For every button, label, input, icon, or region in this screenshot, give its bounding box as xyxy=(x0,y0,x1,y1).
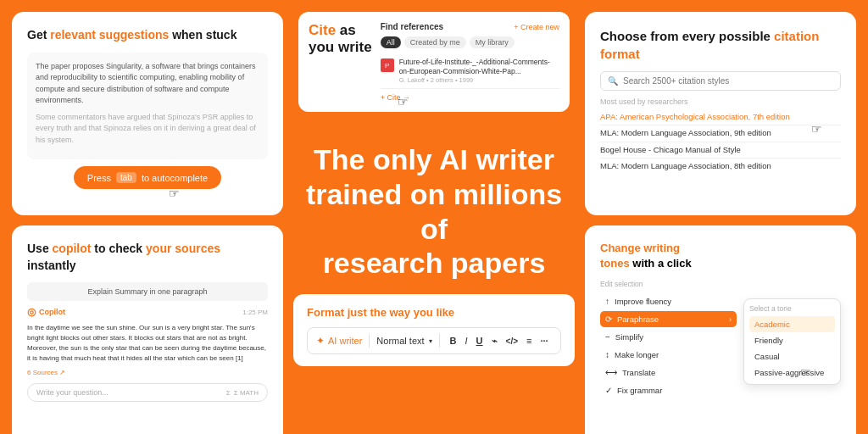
ai-writer-icon: ✦ xyxy=(316,335,325,347)
suggestions-title: Get relevant suggestions when stuck xyxy=(27,27,268,44)
sigma-icon: Σ xyxy=(226,389,231,397)
center-section: Cite as you write Find references + Crea… xyxy=(293,12,575,434)
citation-title: Choose from every possible citation form… xyxy=(600,27,841,63)
copilot-header: ◎ Copilot 1:25 PM xyxy=(27,306,268,318)
simplify-icon: − xyxy=(605,332,610,342)
toolbar-divider-2 xyxy=(439,334,440,348)
copilot-label: ◎ Copilot xyxy=(27,306,65,318)
more-button[interactable]: ··· xyxy=(540,336,548,346)
tone-paraphrase[interactable]: ⟳ Paraphrase › xyxy=(600,311,737,327)
code-button[interactable]: </> xyxy=(506,337,518,346)
italic-button[interactable]: I xyxy=(465,336,468,346)
explain-box: Explain Summary in one paragraph xyxy=(27,282,268,301)
paraphrase-arrow-icon: › xyxy=(729,315,732,324)
normal-text-dropdown[interactable]: Normal text ▾ xyxy=(376,336,431,346)
sources-badge[interactable]: 6 Sources ↗ xyxy=(27,369,268,376)
create-new-button[interactable]: + Create new xyxy=(514,23,559,31)
list-button[interactable]: ≡ xyxy=(526,336,531,346)
edit-selection-label: Edit selection xyxy=(600,280,737,288)
ai-writer-button[interactable]: ✦ AI writer xyxy=(316,335,362,347)
citation-card: Choose from every possible citation form… xyxy=(585,12,856,215)
format-toolbar: ✦ AI writer Normal text ▾ B I U ⌁ </> ≡ … xyxy=(307,327,561,354)
autocomplete-button[interactable]: Press tab to autocomplete xyxy=(74,166,221,189)
paraphrase-icon: ⟳ xyxy=(605,314,612,324)
math-button[interactable]: Σ Σ MATH xyxy=(226,389,259,397)
tab-my-library[interactable]: My library xyxy=(470,36,515,48)
hero-text: The only AI writer trained on millions o… xyxy=(293,142,575,281)
citation-item-1[interactable]: APA: American Psychological Association,… xyxy=(600,109,841,125)
copilot-input-area[interactable]: Write your question... Σ Σ MATH xyxy=(27,383,268,402)
tab-created-by-me[interactable]: Created by me xyxy=(404,36,466,48)
make-longer-icon: ↕ xyxy=(605,350,609,359)
format-icons: B I U ⌁ </> ≡ ··· xyxy=(450,336,548,347)
citation-item-3[interactable]: Bogel House - Chicago Manual of Style xyxy=(600,142,841,159)
copilot-card: Use copilot to check your sources instan… xyxy=(12,225,283,434)
cite-button[interactable]: + Cite → xyxy=(381,93,559,102)
select-tone-label: Select a tone xyxy=(749,304,835,313)
tone-fix-grammar[interactable]: ✓ Fix grammar xyxy=(600,382,737,398)
copilot-text: In the daytime we see the sun shine. Our… xyxy=(27,323,268,364)
citation-item-4[interactable]: MLA: Modern Language Association, 8th ed… xyxy=(600,159,841,174)
tone-options-panel: Select a tone Academic Friendly Casual P… xyxy=(743,298,841,385)
copilot-title: Use copilot to check your sources instan… xyxy=(27,241,268,274)
tone-translate[interactable]: ⟷ Translate xyxy=(600,364,737,381)
format-title: Format just the way you like xyxy=(307,306,561,319)
bold-button[interactable]: B xyxy=(450,336,457,346)
citation-search-input[interactable] xyxy=(623,76,833,86)
doc-preview: The paper proposes Singularity, a softwa… xyxy=(27,53,268,160)
tones-wrapper: Edit selection ↑ Improve fluency ⟳ Parap… xyxy=(600,280,841,400)
copilot-time: 1:25 PM xyxy=(242,309,268,316)
tab-all[interactable]: All xyxy=(381,36,401,48)
fluency-icon: ↑ xyxy=(605,297,609,306)
tone-simplify[interactable]: − Simplify xyxy=(600,329,737,345)
suggestions-card: Get relevant suggestions when stuck The … xyxy=(12,12,283,215)
fix-grammar-icon: ✓ xyxy=(605,386,612,395)
tone-items-list: Edit selection ↑ Improve fluency ⟳ Parap… xyxy=(600,280,737,400)
most-used-label: Most used by researchers xyxy=(600,97,841,106)
citation-list: APA: American Psychological Association,… xyxy=(600,109,841,174)
reference-item: P Future-of-Life-Institute-_-Additional-… xyxy=(381,53,559,89)
copilot-icon: ◎ xyxy=(27,306,36,318)
tone-make-longer[interactable]: ↕ Make longer xyxy=(600,347,737,363)
link-button[interactable]: ⌁ xyxy=(492,336,498,347)
copilot-placeholder: Write your question... xyxy=(36,388,108,397)
tone-option-academic[interactable]: Academic xyxy=(749,316,835,332)
tone-option-casual[interactable]: Casual xyxy=(749,348,835,364)
tone-improve-fluency[interactable]: ↑ Improve fluency xyxy=(600,293,737,309)
format-card: Format just the way you like ✦ AI writer… xyxy=(293,294,575,366)
underline-button[interactable]: U xyxy=(476,336,483,346)
ref-pdf-icon: P xyxy=(381,58,394,72)
translate-icon: ⟷ xyxy=(605,368,617,377)
chevron-down-icon: ▾ xyxy=(429,337,432,345)
search-icon: 🔍 xyxy=(608,76,618,86)
citation-item-2[interactable]: MLA: Modern Language Association, 9th ed… xyxy=(600,125,841,142)
citation-search[interactable]: 🔍 xyxy=(600,71,841,91)
toolbar-divider xyxy=(369,334,370,348)
tone-option-friendly[interactable]: Friendly xyxy=(749,332,835,348)
tones-title: Change writing tones with a click xyxy=(600,241,841,271)
tone-option-passive-aggressive[interactable]: Passive-aggressive xyxy=(749,364,835,381)
cite-card: Cite as you write Find references + Crea… xyxy=(298,12,570,112)
tones-card: Change writing tones with a click Edit s… xyxy=(585,225,856,434)
